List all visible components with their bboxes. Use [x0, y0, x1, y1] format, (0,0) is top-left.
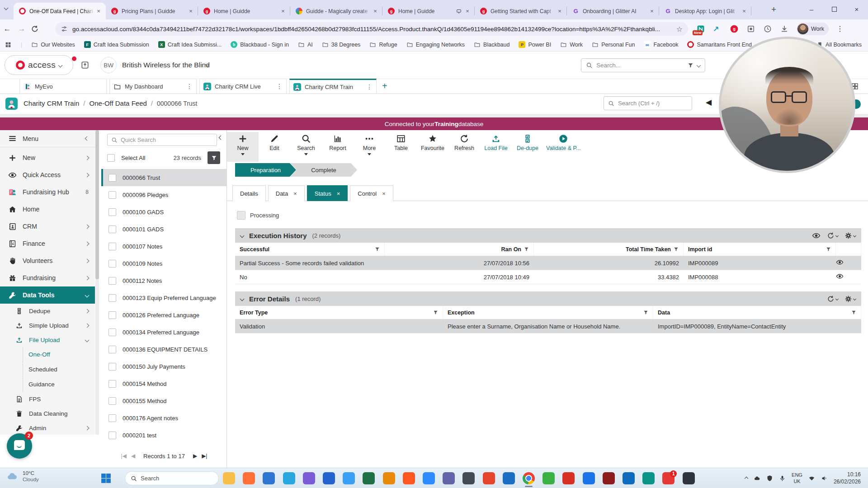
sidebar-item-data-cleaning[interactable]: Data Cleaning	[0, 406, 95, 421]
record-checkbox[interactable]	[108, 363, 116, 371]
record-list-item[interactable]: 0000136 EQUIPMENT DETAILS	[101, 341, 227, 358]
workspace-tab[interactable]: MyEvo	[19, 79, 107, 94]
history-icon[interactable]	[763, 24, 772, 33]
grid-settings-button[interactable]	[844, 295, 856, 303]
browser-profile-chip[interactable]: Work	[797, 23, 829, 35]
report-button[interactable]: Report	[322, 132, 354, 162]
preview-eye-icon[interactable]	[812, 231, 821, 240]
row-actions[interactable]	[836, 258, 861, 267]
browser-tab[interactable]: GDesktop App: Login | Glit×	[659, 3, 751, 19]
tab-close-icon[interactable]: ×	[464, 8, 471, 15]
filter-funnel-icon[interactable]	[375, 247, 380, 252]
bookmark-item[interactable]: Personal Fun	[592, 41, 635, 48]
filter-funnel-icon[interactable]	[674, 247, 679, 252]
quick-search-input[interactable]	[121, 136, 213, 143]
refresh-button[interactable]: Refresh	[448, 132, 480, 162]
sidebar-scrollbar-thumb[interactable]	[95, 130, 99, 279]
taskbar-app-icon[interactable]: 1	[662, 472, 675, 484]
column-header-import-id[interactable]: Import id	[684, 243, 836, 256]
record-checkbox[interactable]	[108, 346, 116, 353]
record-list-item[interactable]: 0000126 Preferred Language	[101, 306, 227, 324]
shield-icon[interactable]	[766, 475, 773, 482]
extension-arrow-icon[interactable]: ↗	[713, 24, 722, 33]
chat-widget-button[interactable]: 2	[7, 433, 32, 459]
collapse-list-chevron-icon[interactable]	[219, 136, 223, 140]
taskbar-app-icon[interactable]	[683, 472, 695, 484]
bookmark-item[interactable]: bBlackbaud - Sign in	[231, 41, 289, 48]
breadcrumb-module[interactable]: Charity CRM Train	[24, 99, 79, 107]
grid-settings-button[interactable]	[844, 232, 856, 239]
extension-guidde-icon[interactable]: g	[730, 24, 739, 33]
browser-tab[interactable]: Guidde - Magically create×	[290, 3, 382, 19]
hidden-icons-chevron-icon[interactable]	[745, 476, 748, 480]
extension-new-icon[interactable]: New	[696, 24, 705, 33]
record-checkbox[interactable]	[108, 432, 116, 439]
tab-close-icon[interactable]: ×	[187, 8, 194, 15]
forward-button[interactable]: →	[14, 24, 29, 33]
tab-control[interactable]: Control×	[350, 185, 393, 201]
bookmark-item[interactable]: Work	[560, 41, 583, 48]
record-checkbox[interactable]	[108, 397, 116, 405]
taskbar-app-icon[interactable]	[523, 472, 535, 484]
processing-checkbox[interactable]	[237, 211, 245, 220]
bookmark-item[interactable]: Our Websites	[31, 41, 75, 48]
prev-page-icon[interactable]: ◀	[131, 453, 135, 459]
record-checkbox[interactable]	[108, 294, 116, 302]
tab-menu-icon[interactable]: ⋮	[186, 83, 193, 90]
sidebar-item-quick-access[interactable]: Quick Access	[0, 166, 95, 183]
filter-funnel-icon[interactable]	[643, 310, 648, 315]
table-row[interactable]: ValidationPlease enter a Surname, Organi…	[235, 319, 861, 333]
record-checkbox[interactable]	[108, 260, 116, 267]
sidebar-item-crm[interactable]: CRM	[0, 218, 95, 235]
record-list-item[interactable]: 0000096 Pledges	[101, 186, 227, 203]
add-workspace-tab-button[interactable]: +	[382, 81, 387, 94]
record-list-item[interactable]: 0000150 July Payments	[101, 358, 227, 375]
site-info-icon[interactable]	[61, 25, 68, 33]
taskbar-app-icon[interactable]	[363, 472, 375, 484]
workflow-step-complete[interactable]: Complete	[290, 163, 357, 177]
browser-tab[interactable]: GOnboarding | Glitter AI×	[567, 3, 659, 19]
taskbar-app-icon[interactable]	[462, 472, 475, 484]
sidebar-item-simple-upload[interactable]: Simple Upload	[0, 318, 95, 333]
all-bookmarks-button[interactable]: All Bookmarks	[817, 42, 862, 48]
global-search-box[interactable]	[581, 58, 705, 72]
record-list-item[interactable]: 0000100 GADS	[101, 203, 227, 221]
sidebar-item-guidance[interactable]: Guidance	[23, 377, 95, 392]
refresh-grid-button[interactable]	[827, 232, 838, 239]
taskbar-search-box[interactable]: Search	[125, 471, 219, 485]
workspace-switcher-icon[interactable]	[80, 61, 90, 70]
bookmark-item[interactable]: Engaging Networks	[406, 41, 465, 48]
workflow-step-preparation[interactable]: Preparation	[235, 163, 296, 177]
taskbar-app-icon[interactable]	[323, 472, 335, 484]
collapse-panel-arrow-icon[interactable]: ◀	[706, 98, 712, 107]
record-checkbox[interactable]	[108, 380, 116, 388]
record-checkbox[interactable]	[108, 243, 116, 250]
table-row[interactable]: No27/07/2018 10:4933.4382IMP000088	[235, 270, 861, 284]
record-checkbox[interactable]	[108, 225, 116, 233]
table-button[interactable]: Table	[385, 132, 417, 162]
browser-tab[interactable]: gHome | Guidde×	[382, 3, 475, 19]
page-search-box[interactable]	[604, 96, 692, 110]
tab-menu-icon[interactable]: ⋮	[366, 83, 373, 90]
bookmark-item[interactable]: XCraft Idea Submissi...	[158, 41, 222, 48]
browser-tab[interactable]: gHome | Guidde×	[198, 3, 290, 19]
tab-data[interactable]: Data×	[268, 185, 305, 201]
column-header-exception[interactable]: Exception	[443, 306, 653, 319]
record-list-item[interactable]: 0000134 Preferred Language	[101, 324, 227, 341]
search-button[interactable]: Search	[290, 132, 322, 162]
browser-tab[interactable]: One-Off Data Feed | Chari×	[14, 3, 106, 19]
page-search-input[interactable]	[618, 100, 688, 107]
bookmark-item[interactable]: FCraft Idea Submission	[84, 41, 149, 48]
taskbar-app-icon[interactable]	[583, 472, 595, 484]
filter-funnel-icon[interactable]	[851, 310, 856, 315]
breadcrumb-entity[interactable]: One-Off Data Feed	[90, 99, 147, 107]
record-checkbox[interactable]	[108, 174, 116, 182]
sidebar-item-admin[interactable]: Admin	[0, 421, 95, 435]
next-page-icon[interactable]: ▶	[193, 453, 197, 459]
sidebar-item-one-off[interactable]: One-Off	[23, 347, 95, 362]
taskbar-app-icon[interactable]	[483, 472, 495, 484]
sidebar-item-menu[interactable]: Menu	[0, 130, 95, 147]
record-list-item[interactable]: 0000123 Equip Preferred Language	[101, 289, 227, 306]
taskbar-app-icon[interactable]	[423, 472, 435, 484]
refresh-grid-button[interactable]	[827, 295, 838, 303]
